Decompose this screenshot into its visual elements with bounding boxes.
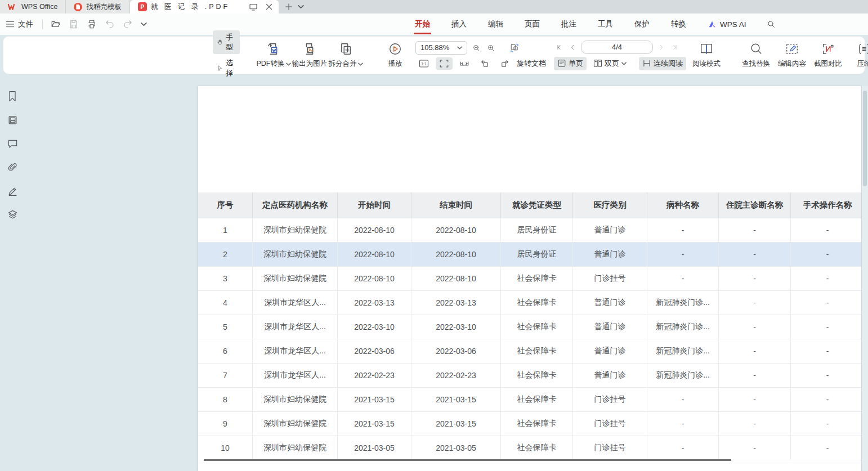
single-page-label: 单页 <box>569 59 583 69</box>
find-replace-button[interactable]: 查找替换 <box>740 39 772 71</box>
tab-docer-templates[interactable]: 找稻壳模板 <box>66 0 130 14</box>
pdf-convert-icon <box>266 42 281 56</box>
menu-tab-comment[interactable]: 批注 <box>560 17 578 32</box>
table-cell: - <box>791 388 861 412</box>
single-page-button[interactable]: 单页 <box>554 57 587 70</box>
pdf-file-icon: P <box>138 2 147 11</box>
close-icon[interactable] <box>264 2 274 12</box>
menu-tab-page[interactable]: 页面 <box>524 17 541 32</box>
menu-tab-convert[interactable]: 转换 <box>670 17 687 32</box>
table-cell: 2021-03-15 <box>411 412 501 436</box>
hand-tool-button[interactable]: 手型 <box>213 30 240 54</box>
compress-button[interactable]: 压缩 <box>848 39 868 71</box>
table-cell: 2021-03-15 <box>338 388 411 412</box>
page-indicator-input[interactable]: 4/4 <box>581 41 653 54</box>
table-cell: - <box>791 364 861 388</box>
actual-size-button[interactable]: 1:1 <box>415 57 432 70</box>
zoom-in-icon[interactable] <box>485 42 496 53</box>
tab-wps-office[interactable]: WPS Office <box>0 0 66 14</box>
menu-tab-home[interactable]: 开始 <box>414 17 431 32</box>
menu-tab-tools[interactable]: 工具 <box>597 17 614 32</box>
tab-document-pdf[interactable]: P 就 医 记 录 .PDF <box>130 0 279 14</box>
pdf-convert-button[interactable]: PDF转换 <box>258 39 289 71</box>
export-image-button[interactable]: 输出为图片 <box>294 39 325 71</box>
table-cell: - <box>647 412 719 436</box>
menu-tab-wps-ai[interactable]: WPS AI <box>706 18 748 31</box>
table-cell: 深圳市龙华区人... <box>253 315 338 339</box>
table-cell: 深圳市妇幼保健院 <box>253 267 338 291</box>
open-folder-icon[interactable] <box>51 19 61 29</box>
table-cell: - <box>791 339 861 364</box>
screenshot-compare-icon <box>821 42 835 56</box>
zoom-level-select[interactable]: 105.88% <box>415 41 467 55</box>
next-page-icon[interactable] <box>656 42 666 52</box>
last-page-icon[interactable] <box>670 42 680 52</box>
edit-content-button[interactable]: 编辑内容 <box>776 39 808 71</box>
play-button[interactable]: 播放 <box>379 39 411 71</box>
read-mode-button[interactable]: 阅读模式 <box>691 39 722 71</box>
wps-logo-icon <box>8 3 17 11</box>
table-cell: 2022-03-06 <box>338 339 411 364</box>
save-icon[interactable] <box>69 19 79 29</box>
single-page-icon <box>557 59 566 68</box>
first-page-icon[interactable] <box>554 42 564 52</box>
edit-content-icon <box>785 42 799 56</box>
table-cell: - <box>719 364 791 388</box>
screenshot-compare-button[interactable]: 截图对比 <box>812 39 844 71</box>
table-cell: 病种名称 <box>647 192 719 218</box>
fit-width-button[interactable] <box>456 57 473 70</box>
cursor-icon <box>217 64 223 73</box>
file-menu-label: 文件 <box>18 19 33 29</box>
rotate-document-label[interactable]: 旋转文档 <box>517 59 546 69</box>
table-cell: 普通门诊 <box>573 243 647 267</box>
table-cell: 深圳市妇幼保健院 <box>253 436 338 460</box>
table-cell: 门诊挂号 <box>573 412 647 436</box>
table-cell: - <box>791 243 861 267</box>
table-cell: 4 <box>198 291 253 315</box>
table-cell: - <box>647 218 719 243</box>
window-tab-bar: WPS Office 找稻壳模板 P 就 医 记 录 .PDF <box>0 0 868 14</box>
menu-tab-insert[interactable]: 插入 <box>450 17 468 32</box>
double-page-label: 双页 <box>605 59 619 69</box>
scrollbar-thumb[interactable] <box>863 91 867 186</box>
wps-ai-icon <box>708 20 717 28</box>
fit-page-button[interactable] <box>436 57 453 70</box>
double-page-button[interactable]: 双页 <box>590 57 630 70</box>
quickbar-chevron-icon[interactable] <box>141 22 147 26</box>
menu-tab-protect[interactable]: 保护 <box>633 17 651 32</box>
table-cell: 门诊挂号 <box>573 388 647 412</box>
chevron-down-icon <box>358 62 363 66</box>
split-merge-button[interactable]: 拆分合并 <box>330 39 361 71</box>
table-cell: - <box>791 218 861 243</box>
table-cell: 普通门诊 <box>573 218 647 243</box>
table-cell: 2021-03-15 <box>338 412 411 436</box>
tab-list-chevron-icon[interactable] <box>298 5 304 9</box>
file-menu-button[interactable]: 文件 <box>6 19 33 29</box>
monitor-icon[interactable] <box>248 2 258 12</box>
table-row: 9深圳市妇幼保健院2021-03-152021-03-15社会保障卡门诊挂号--… <box>198 412 861 436</box>
rotate-right-button[interactable] <box>496 57 513 70</box>
redo-icon[interactable] <box>123 19 133 29</box>
new-tab-icon[interactable] <box>284 2 293 11</box>
table-row: 8深圳市妇幼保健院2021-03-152021-03-15社会保障卡门诊挂号--… <box>198 388 861 412</box>
table-row: 4深圳市龙华区人...2022-03-132022-03-13社会保障卡普通门诊… <box>198 291 861 315</box>
table-cell: 开始时间 <box>338 192 411 218</box>
zoom-out-icon[interactable] <box>471 42 482 53</box>
continuous-read-button[interactable]: 连续阅读 <box>639 57 686 70</box>
prev-page-icon[interactable] <box>567 42 578 52</box>
table-cell: 就诊凭证类型 <box>501 192 573 218</box>
table-header-row: 序号定点医药机构名称开始时间结束时间就诊凭证类型医疗类别病种名称住院主诊断名称手… <box>198 192 861 218</box>
rotate-document-icon[interactable] <box>508 42 521 54</box>
vertical-scrollbar[interactable] <box>861 86 868 471</box>
print-icon[interactable] <box>87 19 97 29</box>
table-cell: - <box>719 218 791 243</box>
table-cell: 6 <box>198 339 253 364</box>
rotate-left-button[interactable] <box>476 57 493 70</box>
chevron-down-icon <box>286 62 291 66</box>
menu-tab-edit[interactable]: 编辑 <box>487 17 504 32</box>
menu-search-icon[interactable] <box>767 20 776 29</box>
tab-label: WPS Office <box>21 3 57 11</box>
table-cell: 8 <box>198 388 253 412</box>
undo-icon[interactable] <box>105 19 115 29</box>
edit-content-label: 编辑内容 <box>778 59 806 69</box>
